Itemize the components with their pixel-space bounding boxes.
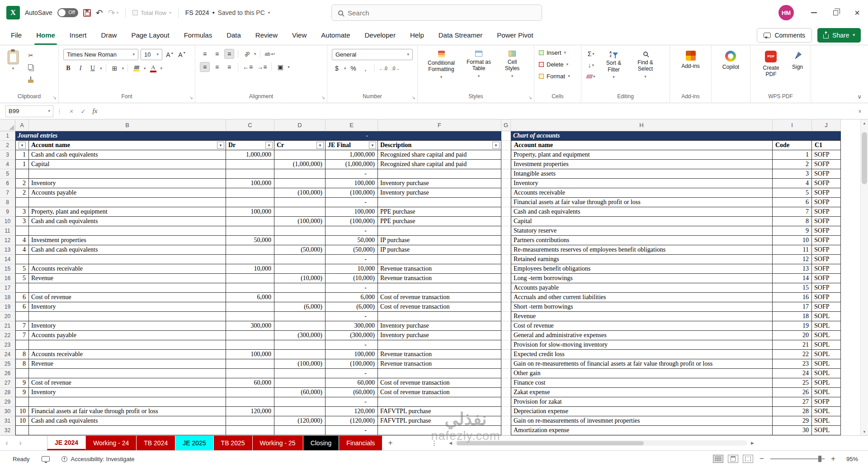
cell[interactable] (274, 397, 326, 407)
cell[interactable]: (50,000) (326, 245, 378, 255)
cell[interactable]: 100,000 (326, 350, 378, 359)
cell[interactable]: SOFP (812, 217, 841, 226)
cell[interactable] (226, 388, 274, 397)
cut-button[interactable]: ✂ (25, 51, 36, 60)
cell[interactable]: Cash and cash equivalents (29, 217, 226, 226)
cell[interactable]: 100,000 (226, 207, 274, 217)
cell[interactable]: 30 (773, 426, 812, 435)
cell[interactable] (226, 340, 274, 350)
cell[interactable]: 100,000 (226, 350, 274, 359)
dialog-launcher-icon[interactable]: ↘ (189, 95, 193, 100)
cell[interactable]: 10,000 (226, 264, 274, 274)
dialog-launcher-icon[interactable]: ↘ (528, 95, 532, 100)
cell[interactable]: - (326, 255, 378, 264)
merge-center-button[interactable]: ▣ (275, 62, 285, 72)
cell[interactable]: 12 (773, 255, 812, 264)
cell[interactable]: 1 (15, 150, 29, 160)
cell[interactable]: 13 (773, 264, 812, 274)
sheet-tab-working-25[interactable]: Working - 25 (253, 436, 303, 450)
cell[interactable]: Retained earnings (511, 255, 773, 264)
cell[interactable] (501, 236, 511, 245)
sheet-next-button[interactable]: › (14, 436, 27, 450)
autosum-button[interactable]: Σ▾ (586, 49, 596, 59)
row-header-1[interactable]: 1 (0, 131, 15, 141)
cell[interactable]: SOPL (812, 388, 841, 397)
cell[interactable]: Provision for zakat (511, 397, 773, 407)
cell[interactable]: SOFP (812, 160, 841, 169)
sheet-tab-financials[interactable]: Financials (339, 436, 382, 450)
journal-title-band[interactable]: Journal entries- (15, 131, 501, 141)
cell[interactable] (501, 378, 511, 388)
cell[interactable]: 1,000,000 (226, 150, 274, 160)
cell[interactable] (274, 407, 326, 416)
undo-button[interactable]: ↶ (96, 8, 103, 18)
cell[interactable] (274, 283, 326, 293)
row-header-20[interactable]: 20 (0, 312, 15, 321)
cell[interactable] (226, 359, 274, 369)
decrease-decimal-button[interactable]: .0→ (391, 63, 401, 73)
cell[interactable]: SOFP (812, 207, 841, 217)
total-row-qat-button[interactable]: Total Row ▾ (132, 10, 171, 16)
cell[interactable] (274, 226, 326, 236)
horizontal-scrollbar[interactable]: ◀ ▶ (447, 436, 763, 450)
cell[interactable]: Financial assets at fair value through p… (29, 407, 226, 416)
scroll-down-icon[interactable]: ▼ (861, 428, 868, 435)
cell[interactable]: 23 (773, 359, 812, 369)
cell[interactable]: - (326, 369, 378, 378)
cell[interactable]: Inventory purchase (378, 188, 501, 198)
cell[interactable]: - (326, 283, 378, 293)
italic-button[interactable]: I (75, 63, 85, 73)
cell[interactable] (501, 312, 511, 321)
cell[interactable]: Cost of revenue (29, 378, 226, 388)
cell-I2[interactable]: Code (773, 141, 812, 150)
cell[interactable]: Cash and cash equivalents (29, 150, 226, 160)
cell[interactable] (274, 321, 326, 331)
row-header-9[interactable]: 9 (0, 207, 15, 217)
cell[interactable]: SOFP (812, 198, 841, 207)
page-break-preview-button[interactable] (743, 455, 753, 463)
column-header-C[interactable]: C (226, 119, 274, 131)
cell[interactable]: 8 (773, 217, 812, 226)
cell[interactable]: SOPL (812, 369, 841, 378)
cell[interactable]: Property, plant and equipment (29, 207, 226, 217)
formula-input[interactable] (104, 105, 854, 117)
cell[interactable]: (120,000) (326, 416, 378, 426)
cell[interactable]: 8 (15, 350, 29, 359)
macro-record-button[interactable] (42, 456, 50, 462)
cell-J2[interactable]: C1 (812, 141, 841, 150)
cell[interactable] (501, 302, 511, 312)
sheet-tab-tb-2024[interactable]: TB 2024 (137, 436, 175, 450)
chart-title-band[interactable]: Chart of accounts (511, 131, 841, 141)
cell[interactable]: (6,000) (274, 302, 326, 312)
cell[interactable] (29, 283, 226, 293)
cell[interactable]: 60,000 (326, 378, 378, 388)
cell[interactable] (501, 274, 511, 283)
insert-cells-button[interactable]: Insert ▾ (539, 47, 576, 58)
cell[interactable]: 9 (773, 226, 812, 236)
cell[interactable] (501, 359, 511, 369)
ribbon-tab-developer[interactable]: Developer (358, 25, 403, 45)
wrap-text-button[interactable]: ab↩ (264, 49, 276, 59)
cell[interactable]: 4 (773, 179, 812, 188)
cell[interactable] (274, 169, 326, 179)
cell[interactable] (15, 426, 29, 435)
row-header-19[interactable]: 19 (0, 302, 15, 312)
cell[interactable]: 10 (15, 416, 29, 426)
cell[interactable] (29, 426, 226, 435)
row-header-32[interactable]: 32 (0, 426, 15, 435)
cell[interactable]: Long -term borrowings (511, 274, 773, 283)
cell[interactable] (378, 426, 501, 435)
row-header-14[interactable]: 14 (0, 255, 15, 264)
format-cells-button[interactable]: Format ▾ (539, 71, 576, 82)
cell[interactable]: 50,000 (326, 236, 378, 245)
cell[interactable]: Inventory purchase (378, 179, 501, 188)
ribbon-tab-data[interactable]: Data (219, 25, 248, 45)
cell[interactable] (226, 283, 274, 293)
accessibility-checker-button[interactable]: Accessibility: Investigate (61, 456, 135, 462)
row-header-18[interactable]: 18 (0, 293, 15, 302)
cell[interactable]: 1,000,000 (326, 150, 378, 160)
cell[interactable]: Zakat expense (511, 388, 773, 397)
cell[interactable] (15, 169, 29, 179)
cell[interactable]: 25 (773, 378, 812, 388)
search-input[interactable] (348, 9, 519, 17)
